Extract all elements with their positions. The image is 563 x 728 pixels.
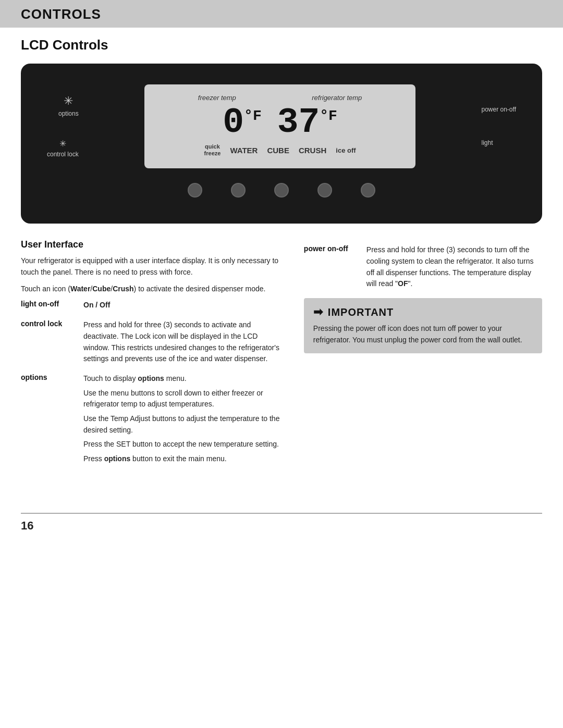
options-snowflake-icon: ✳: [64, 94, 73, 108]
user-interface-title: User Interface: [21, 239, 283, 250]
water-label: WATER: [230, 146, 258, 155]
right-labels: power on-off light: [481, 106, 516, 147]
quick-freeze-item: quickfreeze: [204, 143, 221, 157]
buttons-row: [47, 183, 516, 198]
important-title: IMPORTANT: [328, 306, 394, 318]
freezer-degree: °F: [244, 109, 262, 124]
important-arrow-icon: ➡: [313, 305, 323, 319]
options-text2: Use the menu buttons to scroll down to e…: [83, 388, 283, 410]
refrigerator-temp-label: refrigerator temp: [312, 94, 362, 102]
power-on-off-term-label: power on-off: [304, 244, 356, 290]
power-on-off-side-label: power on-off: [481, 106, 516, 114]
page-footer: 16: [21, 513, 542, 538]
panel-button-3[interactable]: [274, 183, 289, 198]
power-on-off-term-row: power on-off Press and hold for three (3…: [304, 244, 542, 290]
panel-button-1[interactable]: [188, 183, 202, 198]
power-on-off-term-def: Press and hold for three (3) seconds to …: [366, 244, 542, 290]
light-side-label: light: [481, 139, 493, 147]
temp-values-row: 0°F 37°F: [223, 105, 337, 140]
options-text5: Press options button to exit the main me…: [83, 453, 283, 465]
controls-header: CONTROLS: [0, 0, 563, 28]
panel-button-2[interactable]: [231, 183, 246, 198]
lcd-panel: ✳ options ✳ control lock freezer temp re…: [21, 64, 542, 224]
options-term-row: options Touch to display options menu. U…: [21, 373, 283, 468]
lcd-display: freezer temp refrigerator temp 0°F 37°F …: [144, 84, 415, 168]
important-header: ➡ IMPORTANT: [313, 305, 533, 319]
crush-label: CRUSH: [299, 146, 326, 155]
cube-label: CUBE: [267, 146, 289, 155]
options-text1: Touch to display options menu.: [83, 373, 283, 385]
lcd-panel-inner: ✳ options ✳ control lock freezer temp re…: [47, 84, 516, 168]
ice-modes-row: quickfreeze WATER CUBE CRUSH ice off: [204, 143, 356, 157]
right-column: power on-off Press and hold for three (3…: [304, 239, 542, 476]
light-term-row: light on-off On / Off: [21, 300, 283, 311]
important-text: Pressing the power off icon does not tur…: [313, 323, 533, 346]
options-text4: Press the SET button to accept the new t…: [83, 439, 283, 450]
water-mode: WATER: [230, 146, 258, 155]
refrigerator-degree: °F: [320, 109, 337, 124]
content-columns: User Interface Your refrigerator is equi…: [21, 239, 542, 476]
panel-button-4[interactable]: [317, 183, 332, 198]
cube-mode: CUBE: [267, 146, 289, 155]
left-labels: ✳ options ✳ control lock: [47, 94, 79, 159]
ice-off-label: ice off: [336, 146, 356, 154]
control-lock-term-label: control lock: [21, 319, 73, 365]
crush-mode: CRUSH: [299, 146, 326, 155]
control-lock-label: control lock: [47, 151, 79, 159]
options-term-def: Touch to display options menu. Use the m…: [83, 373, 283, 468]
control-lock-term-row: control lock Press and hold for three (3…: [21, 319, 283, 365]
freezer-temp-value: 0°F: [223, 105, 261, 140]
page-section-title: CONTROLS: [21, 6, 542, 22]
options-term-label: options: [21, 373, 73, 468]
light-term-label: light on-off: [21, 300, 73, 311]
control-lock-snowflake-icon: ✳: [59, 139, 66, 149]
options-text3: Use the Temp Adjust buttons to adjust th…: [83, 413, 283, 436]
light-term-def: On / Off: [83, 300, 283, 311]
important-box: ➡ IMPORTANT Pressing the power off icon …: [304, 298, 542, 353]
options-label: options: [58, 110, 79, 118]
control-lock-term-def: Press and hold for three (3) seconds to …: [83, 319, 283, 365]
refrigerator-temp-value: 37°F: [277, 105, 337, 140]
page-number: 16: [21, 519, 33, 532]
temp-labels-row: freezer temp refrigerator temp: [160, 94, 400, 102]
ice-off-mode: ice off: [336, 146, 356, 154]
user-interface-para1: Your refrigerator is equipped with a use…: [21, 255, 283, 278]
panel-button-5[interactable]: [361, 183, 375, 198]
freezer-temp-label: freezer temp: [198, 94, 236, 102]
quick-freeze-label: quickfreeze: [204, 143, 221, 157]
left-column: User Interface Your refrigerator is equi…: [21, 239, 283, 476]
user-interface-para2: Touch an icon (Water/Cube/Crush) to acti…: [21, 283, 283, 295]
lcd-controls-title: LCD Controls: [21, 37, 542, 53]
